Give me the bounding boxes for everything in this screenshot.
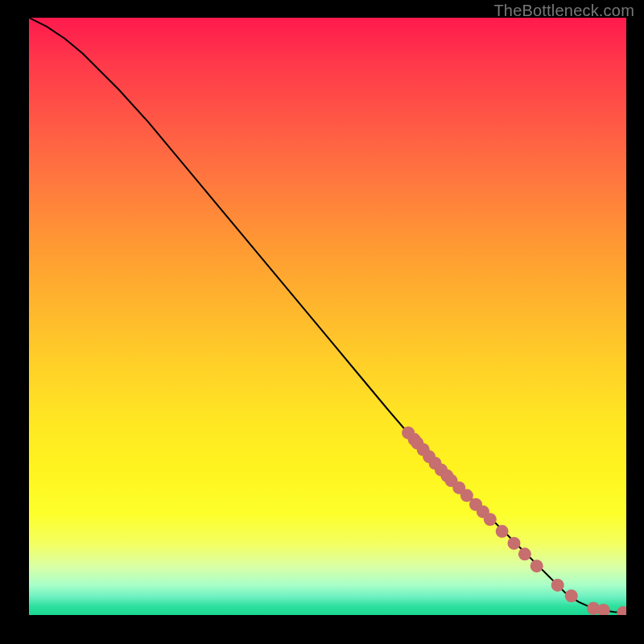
data-marker bbox=[551, 579, 564, 592]
curve-line bbox=[29, 18, 626, 613]
data-marker bbox=[508, 537, 521, 550]
data-marker bbox=[530, 559, 543, 572]
data-marker bbox=[496, 525, 509, 538]
plot-area bbox=[29, 18, 626, 615]
chart-frame: TheBottleneck.com bbox=[0, 0, 644, 644]
data-marker bbox=[565, 589, 578, 602]
chart-svg bbox=[29, 18, 626, 615]
data-marker bbox=[617, 606, 626, 615]
data-marker bbox=[484, 513, 497, 526]
data-marker bbox=[518, 547, 531, 560]
data-markers bbox=[402, 427, 626, 615]
attribution-text: TheBottleneck.com bbox=[493, 2, 634, 20]
